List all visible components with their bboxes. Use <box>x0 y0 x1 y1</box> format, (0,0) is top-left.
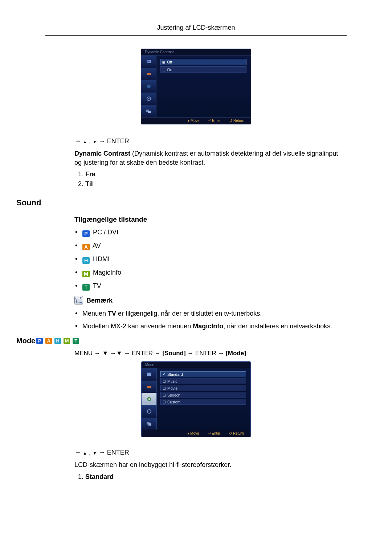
mode-label: TV <box>93 282 101 290</box>
box-icon: ◻ <box>161 393 167 397</box>
osd-option-label: Music <box>167 379 246 383</box>
menu-path: MENU → ▼ →▼ → ENTER → [Sound] → ENTER → … <box>74 349 347 358</box>
osd-mode: Mode <box>141 361 251 437</box>
check-icon: ✓ <box>161 372 167 377</box>
osd-option-label: Standard <box>167 372 246 377</box>
osd-title: Mode <box>142 362 250 368</box>
badge-h-icon: H <box>82 257 90 264</box>
badge-a-icon: A <box>45 338 52 344</box>
osd-option-label: Off <box>167 60 246 64</box>
osd-option-on[interactable]: ◻ On <box>160 66 246 73</box>
osd-sidebar <box>142 368 157 430</box>
osd-side-input-icon <box>142 381 157 393</box>
svg-point-4 <box>147 85 151 88</box>
osd-side-picture-icon <box>142 368 157 381</box>
note-tv: Menuen TV er tilgængelig, når der er til… <box>74 310 347 317</box>
bottom-rule <box>45 483 347 483</box>
osd-sidebar <box>141 56 156 117</box>
nav-sequence-2: → ▲ , ▼ → ENTER <box>74 448 347 457</box>
osd-option-music[interactable]: ◻ Music <box>160 378 246 384</box>
hint-return: Return <box>233 431 244 435</box>
osd-option-standard[interactable]: ✓ Standard <box>160 371 246 377</box>
osd-side-sound-icon <box>141 80 156 93</box>
svg-rect-15 <box>148 423 151 426</box>
osd-option-movie[interactable]: ◻ Movie <box>160 385 246 391</box>
hint-enter: Enter <box>212 119 221 123</box>
box-icon: ◻ <box>161 386 167 390</box>
mode-label: PC / DVI <box>93 229 118 236</box>
osd-option-off[interactable]: ◉ Off <box>160 59 246 65</box>
mode-tv: T TV <box>74 282 347 291</box>
mode-av: A AV <box>74 242 347 250</box>
available-modes-heading: Tilgængelige tilstande <box>74 216 347 223</box>
osd-side-multi-icon <box>141 105 156 117</box>
value-til: Til <box>85 180 347 188</box>
osd-option-label: Custom <box>167 400 246 404</box>
osd-option-custom[interactable]: ◻ Custom <box>160 399 246 405</box>
dynamic-contrast-values: Fra Til <box>74 171 347 188</box>
return-icon: ↺ <box>229 119 232 123</box>
note-magicinfo: Modellen MX-2 kan anvende menuen MagicIn… <box>74 323 347 330</box>
badge-t-icon: T <box>82 284 90 291</box>
mode-hdmi: H HDMI <box>74 255 347 264</box>
return-icon: ↺ <box>229 431 232 435</box>
mode-label: MagicInfo <box>93 269 121 276</box>
osd-option-label: Movie <box>167 386 246 390</box>
osd-side-picture-icon <box>141 56 156 68</box>
badge-m-icon: M <box>64 338 70 344</box>
osd-option-label: On <box>167 67 246 72</box>
enter-icon: ⏎ <box>208 119 211 123</box>
section-sound: Sound <box>16 198 347 208</box>
svg-point-13 <box>147 410 151 413</box>
mode-list: P PC / DVI A AV H HDMI M MagicInfo T TV <box>74 229 347 291</box>
hint-enter: Enter <box>212 431 220 435</box>
note-heading: Bemærk <box>74 296 347 305</box>
svg-point-12 <box>148 398 150 399</box>
osd-side-input-icon <box>141 68 156 80</box>
move-icon: ♦ <box>187 431 189 435</box>
dynamic-contrast-desc: Dynamic Contrast (Dynamisk kontrast er a… <box>74 149 347 167</box>
hint-move: Move <box>190 431 199 435</box>
mode-label: AV <box>93 242 101 249</box>
hint-move: Move <box>191 119 199 123</box>
badge-a-icon: A <box>82 244 90 250</box>
osd-title: Dynamic Contrast <box>141 49 251 56</box>
osd-hints: ♦ Move ⏎ Enter ↺ Return <box>141 117 251 124</box>
mode-desc: LCD-skærmen har en indbygget hi-fi-stere… <box>74 460 347 469</box>
note-icon <box>74 296 83 304</box>
osd-options: ✓ Standard ◻ Music ◻ Movie ◻ Speech <box>157 368 250 430</box>
svg-rect-3 <box>147 74 148 74</box>
badge-p-icon: P <box>36 338 43 344</box>
running-head: Justering af LCD-skærmen <box>45 24 347 32</box>
svg-rect-10 <box>147 386 151 388</box>
osd-side-multi-icon <box>142 418 157 430</box>
badge-t-icon: T <box>73 338 79 344</box>
osd-side-setup-icon <box>142 405 157 418</box>
osd-options: ◉ Off ◻ On <box>156 56 251 117</box>
top-rule <box>45 35 347 36</box>
mode-pc-dvi: P PC / DVI <box>74 229 347 237</box>
svg-rect-1 <box>147 61 150 62</box>
nav-sequence-1: → ▲ , ▼ → ENTER <box>74 137 347 145</box>
osd-side-sound-icon <box>142 393 157 405</box>
mode-values: Standard <box>74 473 347 481</box>
box-icon: ◻ <box>161 399 167 404</box>
osd-option-label: Speech <box>167 393 246 397</box>
osd-dynamic-contrast: Dynamic Contrast <box>141 49 251 124</box>
mode-magicinfo: M MagicInfo <box>74 269 347 277</box>
badge-h-icon: H <box>54 338 61 344</box>
enter-icon: ⏎ <box>208 431 211 435</box>
box-icon: ◻ <box>161 379 167 383</box>
value-standard: Standard <box>85 473 347 481</box>
svg-point-6 <box>148 98 150 99</box>
section-mode: Mode P A H M T <box>16 337 347 345</box>
svg-rect-8 <box>148 111 151 113</box>
svg-rect-2 <box>147 73 151 75</box>
osd-option-speech[interactable]: ◻ Speech <box>160 392 246 398</box>
badge-m-icon: M <box>82 271 90 277</box>
mode-label: HDMI <box>93 255 110 263</box>
move-icon: ♦ <box>188 119 189 123</box>
badge-p-icon: P <box>82 230 90 237</box>
radio-off-icon: ◻ <box>160 67 167 72</box>
svg-rect-9 <box>147 373 151 376</box>
